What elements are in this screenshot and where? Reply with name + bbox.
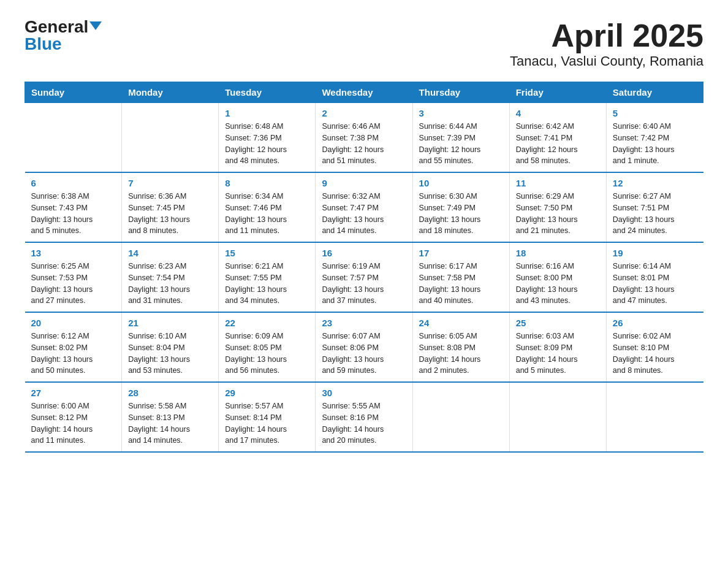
calendar-cell: 30Sunrise: 5:55 AMSunset: 8:16 PMDayligh… [316, 382, 412, 452]
calendar-cell [122, 103, 219, 173]
day-number: 24 [419, 318, 503, 328]
day-info: Sunrise: 6:46 AMSunset: 7:38 PMDaylight:… [322, 121, 406, 167]
logo-triangle-icon [89, 21, 102, 30]
day-info: Sunrise: 6:00 AMSunset: 8:12 PMDaylight:… [31, 400, 116, 446]
page-subtitle: Tanacu, Vaslui County, Romania [510, 53, 703, 69]
weekday-header-wednesday: Wednesday [316, 82, 412, 103]
day-info: Sunrise: 6:25 AMSunset: 7:53 PMDaylight:… [31, 261, 116, 307]
day-number: 28 [128, 388, 212, 398]
day-info: Sunrise: 6:09 AMSunset: 8:05 PMDaylight:… [225, 331, 309, 377]
calendar-cell: 16Sunrise: 6:19 AMSunset: 7:57 PMDayligh… [316, 242, 412, 312]
calendar-body: 1Sunrise: 6:48 AMSunset: 7:36 PMDaylight… [25, 103, 703, 453]
weekday-header-tuesday: Tuesday [219, 82, 316, 103]
day-number: 16 [322, 248, 406, 258]
calendar-cell: 15Sunrise: 6:21 AMSunset: 7:55 PMDayligh… [219, 242, 316, 312]
day-info: Sunrise: 6:05 AMSunset: 8:08 PMDaylight:… [419, 331, 503, 377]
calendar-week-row: 27Sunrise: 6:00 AMSunset: 8:12 PMDayligh… [25, 382, 703, 452]
day-number: 4 [516, 108, 600, 118]
day-number: 17 [419, 248, 503, 258]
day-number: 9 [322, 178, 406, 188]
day-info: Sunrise: 6:44 AMSunset: 7:39 PMDaylight:… [419, 121, 503, 167]
calendar-week-row: 1Sunrise: 6:48 AMSunset: 7:36 PMDaylight… [25, 103, 703, 173]
calendar-cell: 21Sunrise: 6:10 AMSunset: 8:04 PMDayligh… [122, 312, 219, 382]
calendar-cell: 6Sunrise: 6:38 AMSunset: 7:43 PMDaylight… [25, 172, 122, 242]
day-number: 10 [419, 178, 503, 188]
day-number: 15 [225, 248, 309, 258]
calendar-cell: 25Sunrise: 6:03 AMSunset: 8:09 PMDayligh… [509, 312, 606, 382]
day-info: Sunrise: 6:38 AMSunset: 7:43 PMDaylight:… [31, 191, 116, 237]
calendar-week-row: 20Sunrise: 6:12 AMSunset: 8:02 PMDayligh… [25, 312, 703, 382]
day-number: 8 [225, 178, 309, 188]
day-info: Sunrise: 6:12 AMSunset: 8:02 PMDaylight:… [31, 331, 116, 377]
title-block: April 2025 Tanacu, Vaslui County, Romani… [510, 18, 703, 69]
calendar-cell [412, 382, 509, 452]
day-info: Sunrise: 6:16 AMSunset: 8:00 PMDaylight:… [516, 261, 600, 307]
calendar-cell: 29Sunrise: 5:57 AMSunset: 8:14 PMDayligh… [219, 382, 316, 452]
calendar-cell: 2Sunrise: 6:46 AMSunset: 7:38 PMDaylight… [316, 103, 412, 173]
day-number: 7 [128, 178, 212, 188]
calendar-cell: 19Sunrise: 6:14 AMSunset: 8:01 PMDayligh… [606, 242, 703, 312]
day-info: Sunrise: 6:42 AMSunset: 7:41 PMDaylight:… [516, 121, 600, 167]
day-info: Sunrise: 5:55 AMSunset: 8:16 PMDaylight:… [322, 400, 406, 446]
day-number: 3 [419, 108, 503, 118]
calendar-cell: 20Sunrise: 6:12 AMSunset: 8:02 PMDayligh… [25, 312, 122, 382]
calendar-cell: 18Sunrise: 6:16 AMSunset: 8:00 PMDayligh… [509, 242, 606, 312]
day-number: 5 [613, 108, 697, 118]
day-number: 27 [31, 388, 116, 398]
day-info: Sunrise: 6:40 AMSunset: 7:42 PMDaylight:… [613, 121, 697, 167]
calendar-cell: 11Sunrise: 6:29 AMSunset: 7:50 PMDayligh… [509, 172, 606, 242]
weekday-header-thursday: Thursday [412, 82, 509, 103]
day-number: 6 [31, 178, 116, 188]
day-number: 29 [225, 388, 309, 398]
day-info: Sunrise: 6:02 AMSunset: 8:10 PMDaylight:… [613, 331, 697, 377]
calendar-cell: 5Sunrise: 6:40 AMSunset: 7:42 PMDaylight… [606, 103, 703, 173]
day-number: 12 [613, 178, 697, 188]
weekday-header-saturday: Saturday [606, 82, 703, 103]
calendar-cell: 9Sunrise: 6:32 AMSunset: 7:47 PMDaylight… [316, 172, 412, 242]
calendar-cell: 27Sunrise: 6:00 AMSunset: 8:12 PMDayligh… [25, 382, 122, 452]
day-info: Sunrise: 6:03 AMSunset: 8:09 PMDaylight:… [516, 331, 600, 377]
day-info: Sunrise: 5:57 AMSunset: 8:14 PMDaylight:… [225, 400, 309, 446]
day-info: Sunrise: 6:29 AMSunset: 7:50 PMDaylight:… [516, 191, 600, 237]
day-info: Sunrise: 6:34 AMSunset: 7:46 PMDaylight:… [225, 191, 309, 237]
day-info: Sunrise: 6:21 AMSunset: 7:55 PMDaylight:… [225, 261, 309, 307]
calendar-cell [606, 382, 703, 452]
calendar-cell: 3Sunrise: 6:44 AMSunset: 7:39 PMDaylight… [412, 103, 509, 173]
day-number: 25 [516, 318, 600, 328]
day-number: 14 [128, 248, 212, 258]
day-info: Sunrise: 6:27 AMSunset: 7:51 PMDaylight:… [613, 191, 697, 237]
day-number: 23 [322, 318, 406, 328]
day-number: 2 [322, 108, 406, 118]
day-number: 21 [128, 318, 212, 328]
weekday-header-friday: Friday [509, 82, 606, 103]
day-info: Sunrise: 6:07 AMSunset: 8:06 PMDaylight:… [322, 331, 406, 377]
day-info: Sunrise: 6:32 AMSunset: 7:47 PMDaylight:… [322, 191, 406, 237]
calendar-cell: 13Sunrise: 6:25 AMSunset: 7:53 PMDayligh… [25, 242, 122, 312]
day-number: 13 [31, 248, 116, 258]
calendar-cell: 23Sunrise: 6:07 AMSunset: 8:06 PMDayligh… [316, 312, 412, 382]
day-info: Sunrise: 5:58 AMSunset: 8:13 PMDaylight:… [128, 400, 212, 446]
weekday-header-row: SundayMondayTuesdayWednesdayThursdayFrid… [25, 82, 703, 103]
day-number: 22 [225, 318, 309, 328]
day-info: Sunrise: 6:48 AMSunset: 7:36 PMDaylight:… [225, 121, 309, 167]
calendar-cell: 28Sunrise: 5:58 AMSunset: 8:13 PMDayligh… [122, 382, 219, 452]
calendar-header: SundayMondayTuesdayWednesdayThursdayFrid… [25, 82, 703, 103]
page-header: General Blue April 2025 Tanacu, Vaslui C… [25, 18, 703, 69]
calendar-week-row: 6Sunrise: 6:38 AMSunset: 7:43 PMDaylight… [25, 172, 703, 242]
day-info: Sunrise: 6:17 AMSunset: 7:58 PMDaylight:… [419, 261, 503, 307]
logo-general-text: General [25, 18, 88, 36]
day-number: 1 [225, 108, 309, 118]
calendar-cell: 17Sunrise: 6:17 AMSunset: 7:58 PMDayligh… [412, 242, 509, 312]
calendar-week-row: 13Sunrise: 6:25 AMSunset: 7:53 PMDayligh… [25, 242, 703, 312]
logo: General Blue [25, 18, 102, 53]
calendar-cell: 14Sunrise: 6:23 AMSunset: 7:54 PMDayligh… [122, 242, 219, 312]
calendar-cell: 7Sunrise: 6:36 AMSunset: 7:45 PMDaylight… [122, 172, 219, 242]
calendar-cell: 12Sunrise: 6:27 AMSunset: 7:51 PMDayligh… [606, 172, 703, 242]
day-number: 20 [31, 318, 116, 328]
logo-blue-text: Blue [25, 34, 62, 53]
calendar-cell [509, 382, 606, 452]
day-info: Sunrise: 6:36 AMSunset: 7:45 PMDaylight:… [128, 191, 212, 237]
day-number: 19 [613, 248, 697, 258]
calendar-cell: 10Sunrise: 6:30 AMSunset: 7:49 PMDayligh… [412, 172, 509, 242]
calendar-cell: 1Sunrise: 6:48 AMSunset: 7:36 PMDaylight… [219, 103, 316, 173]
